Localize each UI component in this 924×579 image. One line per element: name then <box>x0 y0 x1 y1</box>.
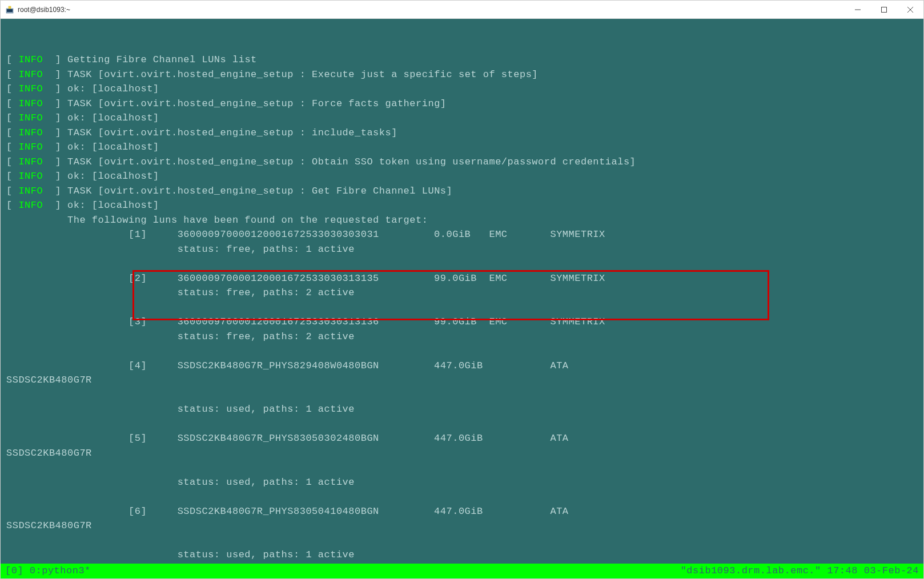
close-button[interactable] <box>897 1 923 19</box>
status-bar-left: [0] 0:python3* <box>5 564 91 578</box>
lun-wrap: SSDSC2KB480G7R <box>6 373 918 388</box>
lun-status: status: used, paths: 1 active <box>6 475 918 490</box>
lun-status: status: used, paths: 1 active <box>6 548 918 562</box>
info-line: [ INFO ] ok: [localhost] <box>6 198 918 213</box>
lun-wrap: SSDSC2KB480G7R <box>6 518 918 533</box>
info-line: [ INFO ] TASK [ovirt.ovirt.hosted_engine… <box>6 126 918 140</box>
blank-line <box>6 388 918 403</box>
blank-line <box>6 344 918 359</box>
putty-icon <box>5 5 14 14</box>
titlebar: root@dsib1093:~ <box>1 1 923 19</box>
lun-entry: [3] 360000970000120001672533030313136 99… <box>6 315 918 329</box>
lun-entry: [4] SSDSC2KB480G7R_PHYS829408W0480BGN 44… <box>6 359 918 373</box>
info-line: [ INFO ] Getting Fibre Channel LUNs list <box>6 53 918 67</box>
titlebar-left: root@dsib1093:~ <box>5 5 70 14</box>
lun-status: status: free, paths: 1 active <box>6 242 918 257</box>
info-line: [ INFO ] ok: [localhost] <box>6 82 918 96</box>
svg-rect-1 <box>7 9 13 12</box>
info-line: [ INFO ] TASK [ovirt.ovirt.hosted_engine… <box>6 155 918 170</box>
info-line: [ INFO ] ok: [localhost] <box>6 169 918 184</box>
blank-line <box>6 533 918 548</box>
blank-line <box>6 417 918 432</box>
maximize-button[interactable] <box>871 1 897 19</box>
status-bar-right: "dsib1093.drm.lab.emc." 17:48 03-Feb-24 <box>681 564 919 578</box>
blank-line <box>6 460 918 475</box>
blank-line <box>6 256 918 271</box>
lun-wrap: SSDSC2KB480G7R <box>6 446 918 461</box>
terminal-window: root@dsib1093:~ [ INFO ] Getting Fibre C… <box>0 0 924 579</box>
info-line: [ INFO ] TASK [ovirt.ovirt.hosted_engine… <box>6 96 918 111</box>
lun-entry: [1] 360000970000120001672533030303031 0.… <box>6 227 918 242</box>
window-title: root@dsib1093:~ <box>18 6 70 14</box>
lun-status: status: free, paths: 2 active <box>6 286 918 300</box>
luns-header: The following luns have been found on th… <box>6 213 918 228</box>
blank-line <box>6 300 918 315</box>
window-controls <box>845 1 923 19</box>
minimize-button[interactable] <box>845 1 871 19</box>
info-line: [ INFO ] TASK [ovirt.ovirt.hosted_engine… <box>6 184 918 199</box>
lun-status: status: used, paths: 1 active <box>6 402 918 417</box>
lun-entry: [2] 360000970000120001672533030313135 99… <box>6 271 918 286</box>
info-line: [ INFO ] ok: [localhost] <box>6 140 918 155</box>
lun-entry: [6] SSDSC2KB480G7R_PHYS83050410480BGN 44… <box>6 504 918 519</box>
blank-line <box>6 489 918 504</box>
lun-entry: [5] SSDSC2KB480G7R_PHYS83050302480BGN 44… <box>6 431 918 446</box>
svg-rect-5 <box>882 7 887 12</box>
lun-status: status: free, paths: 2 active <box>6 329 918 344</box>
tmux-status-bar: [0] 0:python3* "dsib1093.drm.lab.emc." 1… <box>1 564 923 578</box>
terminal-content[interactable]: [ INFO ] Getting Fibre Channel LUNs list… <box>1 19 923 578</box>
info-line: [ INFO ] TASK [ovirt.ovirt.hosted_engine… <box>6 67 918 82</box>
info-line: [ INFO ] ok: [localhost] <box>6 111 918 126</box>
